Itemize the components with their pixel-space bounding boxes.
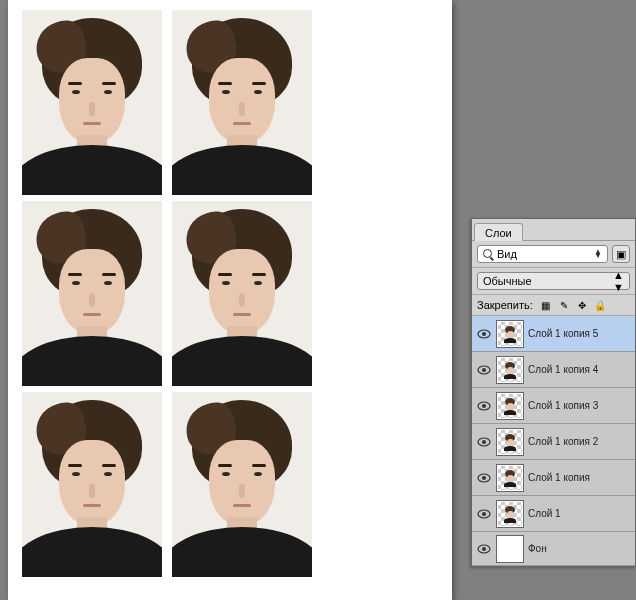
- tab-layers[interactable]: Слои: [474, 223, 523, 241]
- layer-thumbnail[interactable]: [496, 464, 524, 492]
- layers-list: Слой 1 копия 5Слой 1 копия 4Слой 1 копия…: [472, 316, 635, 566]
- svg-point-13: [482, 547, 486, 551]
- blend-mode-label: Обычные: [483, 275, 532, 287]
- layer-filter-row: Вид ▲▼ ▣: [472, 241, 635, 268]
- svg-point-11: [482, 512, 486, 516]
- lock-position-icon[interactable]: ✥: [575, 298, 589, 312]
- layer-thumbnail[interactable]: [496, 320, 524, 348]
- layer-filter-select[interactable]: Вид ▲▼: [477, 245, 608, 263]
- visibility-toggle[interactable]: [476, 434, 492, 450]
- passport-photo[interactable]: [22, 201, 162, 386]
- layer-thumbnail[interactable]: [496, 535, 524, 563]
- lock-label: Закрепить:: [477, 299, 533, 311]
- layer-row[interactable]: Слой 1 копия: [472, 460, 635, 496]
- svg-point-5: [482, 404, 486, 408]
- visibility-toggle[interactable]: [476, 326, 492, 342]
- visibility-toggle[interactable]: [476, 362, 492, 378]
- chevron-updown-icon: ▲▼: [594, 250, 602, 258]
- layer-row[interactable]: Слой 1 копия 5: [472, 316, 635, 352]
- image-icon: ▣: [616, 248, 626, 261]
- svg-point-1: [482, 332, 486, 336]
- filter-type-image-button[interactable]: ▣: [612, 245, 630, 263]
- filter-label: Вид: [497, 248, 517, 260]
- passport-photo[interactable]: [22, 10, 162, 195]
- layer-name-label[interactable]: Фон: [528, 543, 631, 554]
- layer-thumbnail[interactable]: [496, 392, 524, 420]
- visibility-toggle[interactable]: [476, 398, 492, 414]
- lock-row: Закрепить: ▦ ✎ ✥ 🔒: [472, 295, 635, 316]
- lock-all-icon[interactable]: 🔒: [593, 298, 607, 312]
- search-icon: [483, 249, 493, 259]
- panel-tabbar: Слои: [472, 219, 635, 241]
- layer-row[interactable]: Слой 1 копия 2: [472, 424, 635, 460]
- blend-mode-select[interactable]: Обычные ▲▼: [477, 272, 630, 290]
- layer-name-label[interactable]: Слой 1 копия 5: [528, 328, 631, 339]
- blend-mode-row: Обычные ▲▼: [472, 268, 635, 295]
- lock-transparency-icon[interactable]: ▦: [539, 298, 553, 312]
- lock-pixels-icon[interactable]: ✎: [557, 298, 571, 312]
- layer-row[interactable]: Слой 1: [472, 496, 635, 532]
- photo-grid: [8, 0, 452, 587]
- canvas-work-area: [0, 0, 460, 600]
- visibility-toggle[interactable]: [476, 541, 492, 557]
- layer-thumbnail[interactable]: [496, 356, 524, 384]
- layer-thumbnail[interactable]: [496, 500, 524, 528]
- passport-photo[interactable]: [172, 10, 312, 195]
- document-canvas[interactable]: [8, 0, 452, 600]
- visibility-toggle[interactable]: [476, 470, 492, 486]
- layer-row[interactable]: Фон: [472, 532, 635, 566]
- layer-thumbnail[interactable]: [496, 428, 524, 456]
- passport-photo[interactable]: [172, 392, 312, 577]
- visibility-toggle[interactable]: [476, 506, 492, 522]
- passport-photo[interactable]: [172, 201, 312, 386]
- svg-point-7: [482, 440, 486, 444]
- layers-panel: Слои Вид ▲▼ ▣ Обычные ▲▼ Закрепить: ▦ ✎ …: [471, 218, 636, 567]
- layer-row[interactable]: Слой 1 копия 4: [472, 352, 635, 388]
- passport-photo[interactable]: [22, 392, 162, 577]
- layer-name-label[interactable]: Слой 1 копия 2: [528, 436, 631, 447]
- svg-point-9: [482, 476, 486, 480]
- layer-name-label[interactable]: Слой 1: [528, 508, 631, 519]
- layer-name-label[interactable]: Слой 1 копия 4: [528, 364, 631, 375]
- svg-point-3: [482, 368, 486, 372]
- chevron-updown-icon: ▲▼: [613, 269, 624, 293]
- layer-name-label[interactable]: Слой 1 копия: [528, 472, 631, 483]
- layer-row[interactable]: Слой 1 копия 3: [472, 388, 635, 424]
- layer-name-label[interactable]: Слой 1 копия 3: [528, 400, 631, 411]
